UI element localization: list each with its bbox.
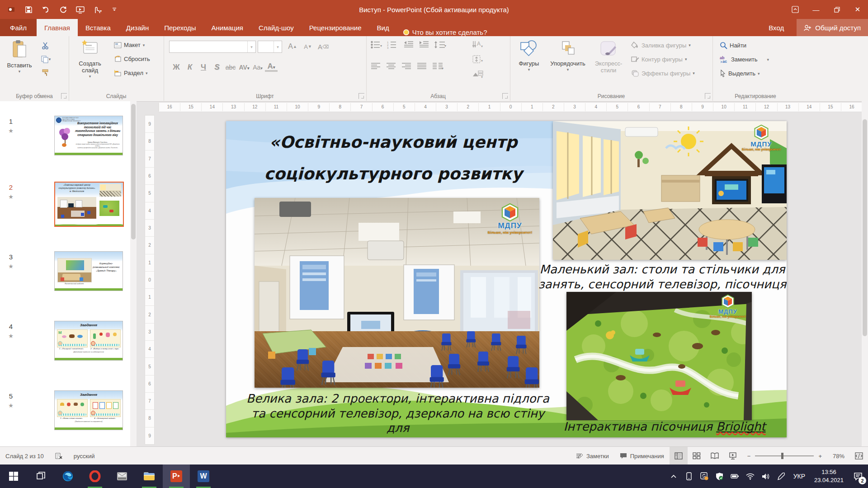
mail-icon[interactable] [108,465,136,488]
grow-font-button[interactable]: A▲ [286,41,299,52]
align-text-button[interactable]: ▾ [471,53,485,65]
sign-in-link[interactable]: Вход [769,24,784,32]
zoom-slider[interactable] [755,455,814,456]
undo-button[interactable] [38,3,53,16]
bold-button[interactable]: Ж [170,63,183,72]
strikethrough-button[interactable]: abc [224,64,237,71]
quick-styles-button[interactable]: Экспресс-стили [590,39,627,74]
view-normal-button[interactable] [670,447,688,465]
numbering-button[interactable]: 123 [387,41,399,49]
copy-button[interactable]: ▾ [39,53,52,65]
shape-fill-button[interactable]: Заливка фигуры▾ [631,42,691,49]
view-slide-sorter-button[interactable] [688,447,706,465]
taskbar-clock[interactable]: 13:56 23.04.2021 [810,468,848,484]
tab-дизайн[interactable]: Дизайн [118,19,156,36]
layout-button[interactable]: Макет▾ [114,42,145,48]
powerpoint-icon[interactable]: P⯈ [163,465,190,488]
drawing-dialog-launcher[interactable] [705,93,711,99]
opera-icon[interactable] [81,465,108,488]
paragraph-dialog-launcher[interactable] [502,93,508,99]
start-slideshow-button[interactable] [72,3,88,16]
tab-анимация[interactable]: Анимация [204,19,251,36]
tab-рецензирование[interactable]: Рецензирование [302,19,369,36]
zoom-level[interactable]: 78% [827,447,850,465]
customize-qat-button[interactable] [107,3,122,16]
tab-слайд-шоу[interactable]: Слайд-шоу [251,19,302,36]
new-slide-button[interactable]: Создать слайд▾ [74,39,106,79]
task-view-button[interactable] [27,465,54,488]
app-icon[interactable] [4,3,19,16]
photo-sandbox[interactable]: МДПУ Більше, ніж університет! [566,292,752,420]
view-slideshow-button[interactable] [724,447,742,465]
cut-button[interactable] [39,40,52,52]
minimize-button[interactable]: — [806,0,826,19]
columns-button[interactable]: ▾ [432,62,444,70]
line-spacing-button[interactable]: ▾ [434,41,447,49]
align-right-button[interactable] [401,62,411,70]
language-status[interactable]: русский [68,447,100,465]
font-size-combo[interactable]: ▾ [258,41,282,53]
horizontal-ruler[interactable]: 1615141312111098765432101234567891011121… [158,102,863,112]
thumbnail-slide-2-selected[interactable]: «Освітньо-науковий центрсоціокультурного… [54,182,124,227]
shape-effects-button[interactable]: Эффекты фигуры▾ [631,70,695,77]
word-icon[interactable]: W [190,465,217,488]
sync-alert-icon[interactable] [697,465,712,488]
text-shadow-button[interactable]: S [211,63,223,72]
tab-главная[interactable]: Главная [37,19,78,36]
justify-button[interactable] [417,62,427,70]
align-center-button[interactable] [386,62,396,70]
tab-file[interactable]: Файл [0,19,37,36]
zoom-in-button[interactable]: + [818,447,827,465]
slide-counter[interactable]: Слайд 2 из 10 [0,447,49,465]
power-icon[interactable] [727,465,743,488]
save-button[interactable] [21,3,36,16]
italic-button[interactable]: К [184,63,196,72]
animation-star-icon[interactable]: ★ [6,193,15,200]
select-button[interactable]: Выделить▾ [720,70,760,77]
caption-sandbox[interactable]: Інтерактивна пісочниця Briolight [561,419,769,434]
pen-icon[interactable] [774,465,789,488]
replace-button[interactable]: abac Заменить▾ [720,56,769,63]
view-reading-button[interactable] [706,447,724,465]
main-scrollbar[interactable] [862,101,868,446]
animation-star-icon[interactable]: ★ [6,127,15,134]
shapes-button[interactable]: Фигуры▾ [514,39,543,72]
start-button[interactable] [0,465,27,488]
tell-me-box[interactable]: Что вы хотите сделать? [403,28,487,36]
show-hidden-icons-button[interactable] [666,465,681,488]
photo-big-hall[interactable]: МДПУ Більше, ніж університет! [255,198,539,388]
thumbnail-slide-5[interactable]: Завдання 1. «Назви одним словом» 4. «Чет… [54,390,123,430]
zoom-out-button[interactable]: − [742,447,751,465]
vertical-ruler[interactable]: 9876543210123456789 [145,115,155,445]
slide-canvas[interactable]: «Освітньо-науковий центр соціокультурног… [226,121,787,437]
font-dialog-launcher[interactable] [359,93,364,99]
share-button[interactable]: Общий доступ [797,19,868,36]
action-center-button[interactable]: 2 [848,465,868,488]
redo-button[interactable] [55,3,71,16]
edge-icon[interactable] [54,465,81,488]
clear-formatting-button[interactable]: A⌫ [316,41,330,52]
touch-mode-button[interactable]: ▾ [90,3,105,16]
arrange-button[interactable]: Упорядочить▾ [547,39,589,72]
tab-переходы[interactable]: Переходы [156,19,203,36]
photo-small-hall[interactable]: МДПУ Більше, ніж університет! [553,121,787,260]
thumbnail-slide-1[interactable]: BOGDAN KHMELNYTSKY MELITOPOL STATE PEDAG… [54,116,123,155]
close-button[interactable]: ✕ [847,0,868,19]
find-button[interactable]: Найти [720,42,746,49]
font-name-combo[interactable]: ▾ [169,41,256,53]
spellcheck-status-icon[interactable] [49,447,68,465]
animation-star-icon[interactable]: ★ [6,263,15,270]
shape-outline-button[interactable]: Контур фигуры▾ [631,56,687,63]
change-case-button[interactable]: Aa▾ [251,64,264,71]
thumbnail-slide-4[interactable]: Завдання М 1. «Послухай і запам'ятай» 2.… [54,321,123,361]
tab-вставка[interactable]: Вставка [78,19,118,36]
fit-slide-button[interactable] [850,447,868,465]
caption-big-hall[interactable]: Велика зала: 2 проектори, інтерактивна п… [240,391,556,437]
align-left-button[interactable] [371,62,381,70]
thumbnail-scrollbar[interactable] [130,101,137,446]
wifi-icon[interactable] [743,465,758,488]
caption-small-hall[interactable]: Маленький зал: столи та стільчики для за… [538,262,787,291]
language-indicator[interactable]: УКР [789,465,810,488]
reset-button[interactable]: Сбросить [114,56,150,62]
animation-star-icon[interactable]: ★ [6,402,15,409]
